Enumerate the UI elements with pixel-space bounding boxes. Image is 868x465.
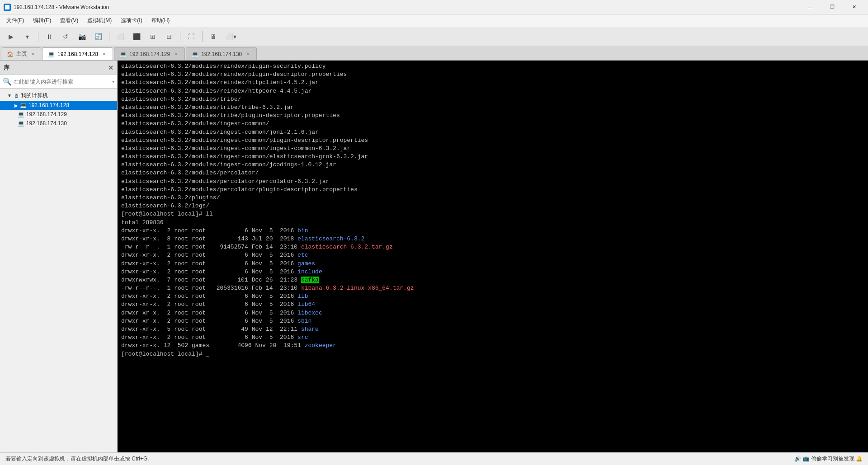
tab-home-label: 主页 — [16, 50, 27, 58]
tab-vm3[interactable]: 💻 192.168.174.130 ✕ — [186, 47, 257, 60]
terminal-line: elasticsearch-6.3.2/modules/percolator/p… — [121, 178, 864, 186]
toolbar-dropdown-button[interactable]: ▾ — [20, 29, 34, 44]
sidebar: 库 ✕ 🔍 ▾ ▼ 🖥 我的计算机 ▶ 💻 192.168.174.128 💻 … — [0, 61, 118, 452]
tab-vm1-label: 192.168.174.128 — [57, 51, 98, 57]
toolbar-reset-button[interactable]: ↺ — [58, 29, 73, 44]
tab-vm2[interactable]: 💻 192.168.174.129 ✕ — [114, 47, 185, 60]
toolbar-sep-3 — [180, 31, 180, 42]
terminal-cursor-line: [root@localhost local]# _ — [121, 350, 864, 358]
window-controls: — ❐ ✕ — [800, 0, 864, 14]
terminal-line: total 289836 — [121, 219, 864, 227]
tab-vm1-close[interactable]: ✕ — [101, 51, 107, 57]
menu-file[interactable]: 文件(F) — [2, 15, 28, 26]
tab-vm3-close[interactable]: ✕ — [245, 51, 251, 57]
toolbar-view4-button[interactable]: ⊟ — [162, 29, 176, 44]
toolbar-view3-button[interactable]: ⊞ — [146, 29, 160, 44]
tab-vm2-close[interactable]: ✕ — [173, 51, 179, 57]
menubar: 文件(F) 编辑(E) 查看(V) 虚拟机(M) 选项卡(I) 帮助(H) — [0, 14, 868, 27]
terminal-line: elasticsearch-6.3.2/modules/tribe/plugin… — [121, 112, 864, 120]
tab-vm3-icon: 💻 — [192, 51, 198, 57]
statusbar-icons: 🔊 📺 偷偷学习别被发现 🔔 — [794, 455, 863, 463]
sidebar-close-button[interactable]: ✕ — [108, 64, 113, 71]
menu-vm[interactable]: 虚拟机(M) — [83, 15, 116, 26]
tab-home[interactable]: 🏠 主页 ✕ — [2, 47, 41, 60]
sidebar-item-vm3[interactable]: 💻 192.168.174.130 — [0, 119, 117, 128]
terminal-line: elasticsearch-6.3.2/modules/reindex/plug… — [121, 70, 864, 79]
tab-vm1-icon: 💻 — [48, 51, 55, 57]
toolbar-sep-1 — [38, 31, 38, 42]
terminal-line: drwxr-xr-x. 2 root root 6 Nov 5 2016 bin — [121, 227, 864, 235]
terminal-line: elasticsearch-6.3.2/modules/tribe/ — [121, 95, 864, 103]
sidebar-search-bar: 🔍 ▾ — [0, 75, 117, 89]
tab-home-close[interactable]: ✕ — [30, 51, 36, 57]
app-icon — [4, 4, 11, 11]
terminal-line: elasticsearch-6.3.2/plugins/ — [121, 194, 864, 202]
menu-tabs[interactable]: 选项卡(I) — [116, 15, 146, 26]
terminal-line: elasticsearch-6.3.2/modules/reindex/http… — [121, 87, 864, 95]
sidebar-my-computer-label: 我的计算机 — [21, 92, 48, 99]
terminal-line: elasticsearch-6.3.2/modules/reindex/http… — [121, 79, 864, 87]
toolbar-sep-2 — [109, 31, 109, 42]
tab-vm2-icon: 💻 — [120, 51, 127, 57]
terminal-line-include: drwxr-xr-x. 2 root root 6 Nov 5 2016 inc… — [121, 268, 864, 276]
terminal-line: elasticsearch-6.3.2/modules/tribe/tribe-… — [121, 103, 864, 112]
tab-vm2-label: 192.168.174.129 — [129, 51, 170, 57]
terminal-line: drwxr-xr-x. 2 root root 6 Nov 5 2016 sbi… — [121, 317, 864, 325]
toolbar-display2-button[interactable]: ⬜▾ — [222, 29, 240, 44]
sidebar-item-vm2[interactable]: 💻 192.168.174.129 — [0, 110, 117, 119]
toolbar-snapshot-button[interactable]: 📷 — [75, 29, 89, 44]
home-icon: 🏠 — [7, 51, 14, 57]
tree-vm2-expand — [14, 112, 16, 117]
search-icon: 🔍 — [3, 77, 12, 86]
toolbar-power-button[interactable]: ▶ — [4, 29, 18, 44]
computer-icon: 🖥 — [14, 93, 19, 99]
window-title: 192.168.174.128 - VMware Workstation — [14, 4, 800, 10]
terminal-line: drwxr-xr-x. 2 root root 6 Nov 5 2016 src — [121, 333, 864, 342]
status-message: 若要输入定向到该虚拟机，请在虚拟机内部单击或按 Ctrl+G。 — [5, 455, 153, 463]
terminal-line: elasticsearch-6.3.2/modules/ingest-commo… — [121, 136, 864, 145]
close-button[interactable]: ✕ — [844, 0, 864, 14]
toolbar-sep-4 — [202, 31, 203, 42]
terminal-line: elasticsearch-6.3.2/modules/reindex/plug… — [121, 62, 864, 70]
toolbar-snapshot2-button[interactable]: 🔄 — [91, 29, 105, 44]
tab-vm1[interactable]: 💻 192.168.174.128 ✕ — [42, 47, 113, 60]
tree-vm1-icon: ▶ — [14, 103, 18, 108]
toolbar-suspend-button[interactable]: ⏸ — [42, 29, 57, 44]
search-dropdown-icon[interactable]: ▾ — [112, 79, 114, 84]
terminal-line: elasticsearch-6.3.2/modules/ingest-commo… — [121, 161, 864, 169]
terminal-line: elasticsearch-6.3.2/modules/percolator/ — [121, 169, 864, 177]
sidebar-header: 库 ✕ — [0, 61, 117, 75]
terminal-line: drwxr-xr-x. 2 root root 6 Nov 5 2016 lib… — [121, 301, 864, 309]
sidebar-vm3-label: 192.168.174.130 — [26, 120, 67, 127]
sidebar-item-vm1[interactable]: ▶ 💻 192.168.174.128 — [0, 101, 117, 110]
vm2-icon: 💻 — [18, 111, 24, 117]
terminal-line: elasticsearch-6.3.2/modules/ingest-commo… — [121, 128, 864, 136]
terminal-line: elasticsearch-6.3.2/modules/percolator/p… — [121, 186, 864, 194]
menu-view[interactable]: 查看(V) — [56, 15, 83, 26]
sidebar-vm1-label: 192.168.174.128 — [28, 102, 69, 108]
toolbar-view2-button[interactable]: ⬛ — [129, 29, 144, 44]
restore-button[interactable]: ❐ — [822, 0, 843, 14]
menu-edit[interactable]: 编辑(E) — [28, 15, 56, 26]
tab-vm3-label: 192.168.174.130 — [201, 51, 242, 57]
terminal-line: elasticsearch-6.3.2/modules/ingest-commo… — [121, 120, 864, 128]
toolbar-fullscreen-button[interactable]: ⛶ — [184, 29, 198, 44]
toolbar-display-button[interactable]: 🖥 — [206, 29, 221, 44]
toolbar: ▶ ▾ ⏸ ↺ 📷 🔄 ⬜ ⬛ ⊞ ⊟ ⛶ 🖥 ⬜▾ — [0, 27, 868, 46]
terminal-line: elasticsearch-6.3.2/logs/ — [121, 202, 864, 210]
tabbar: 🏠 主页 ✕ 💻 192.168.174.128 ✕ 💻 192.168.174… — [0, 46, 868, 61]
main-content: 库 ✕ 🔍 ▾ ▼ 🖥 我的计算机 ▶ 💻 192.168.174.128 💻 … — [0, 61, 868, 452]
terminal-line: drwxr-xr-x. 8 root root 143 Jul 20 2018 … — [121, 235, 864, 243]
terminal-line: -rw-r--r--. 1 root root 205331616 Feb 14… — [121, 284, 864, 292]
toolbar-view1-button[interactable]: ⬜ — [113, 29, 127, 44]
terminal-line: drwxr-xr-x. 2 root root 6 Nov 5 2016 lib… — [121, 309, 864, 317]
menu-help[interactable]: 帮助(H) — [147, 15, 175, 26]
terminal-line: drwxr-xr-x. 12 502 games 4096 Nov 20 19:… — [121, 342, 864, 350]
terminal-output[interactable]: elasticsearch-6.3.2/modules/reindex/plug… — [118, 61, 868, 452]
titlebar: 192.168.174.128 - VMware Workstation — ❐… — [0, 0, 868, 14]
terminal-line: drwxr-xr-x. 2 root root 6 Nov 5 2016 lib — [121, 292, 864, 301]
terminal-line: drwxrwxrwx. 7 root root 101 Dec 26 21:23… — [121, 276, 864, 284]
search-input[interactable] — [14, 79, 110, 85]
minimize-button[interactable]: — — [800, 0, 821, 14]
sidebar-item-my-computer[interactable]: ▼ 🖥 我的计算机 — [0, 90, 117, 101]
